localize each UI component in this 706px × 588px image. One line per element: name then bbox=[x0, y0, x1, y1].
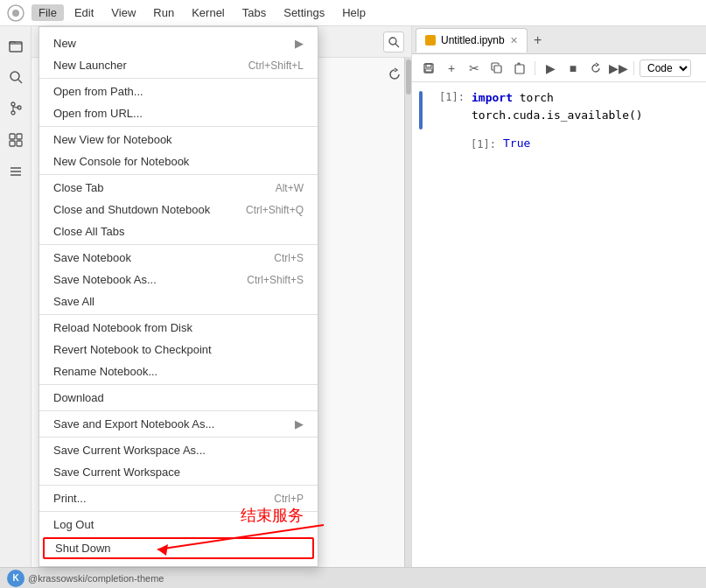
toolbar-copy-button[interactable] bbox=[487, 59, 507, 78]
tab-title: Untitled.ipynb bbox=[441, 34, 505, 46]
menu-item-new-launcher[interactable]: New Launcher Ctrl+Shift+L bbox=[39, 54, 318, 76]
menu-item-close-all[interactable]: Close All Tabs bbox=[39, 220, 318, 242]
toolbar-cut-button[interactable]: ✂ bbox=[465, 59, 484, 78]
svg-rect-19 bbox=[426, 64, 431, 67]
menu-item-save-notebook[interactable]: Save Notebook Ctrl+S bbox=[39, 247, 318, 269]
menu-section-save: Save Notebook Ctrl+S Save Notebook As...… bbox=[39, 245, 318, 315]
menu-item-logout[interactable]: Log Out bbox=[39, 514, 318, 536]
cell-output-label: [1]: bbox=[461, 138, 496, 150]
menu-item-reload[interactable]: Reload Notebook from Disk bbox=[39, 317, 318, 339]
file-dropdown-menu: New ▶ New Launcher Ctrl+Shift+L Open fro… bbox=[38, 26, 318, 567]
refresh-icon[interactable] bbox=[385, 65, 404, 84]
status-user: @krassowski/completion-theme bbox=[28, 573, 164, 584]
menu-item-save-as[interactable]: Save Notebook As... Ctrl+Shift+S bbox=[39, 269, 318, 290]
menu-section-print: Print... Ctrl+P bbox=[39, 486, 318, 512]
svg-rect-20 bbox=[425, 69, 432, 72]
new-tab-button[interactable]: + bbox=[529, 32, 547, 49]
keyword-import: import bbox=[472, 91, 513, 104]
status-bar: K @krassowski/completion-theme bbox=[0, 567, 706, 588]
cell-bracket bbox=[419, 91, 423, 130]
svg-line-17 bbox=[395, 44, 399, 47]
menu-item-save-all[interactable]: Save All bbox=[39, 290, 318, 312]
menu-item-export[interactable]: Save and Export Notebook As... ▶ bbox=[39, 413, 318, 435]
menu-item-open-url[interactable]: Open from URL... bbox=[39, 102, 318, 124]
menu-item-revert[interactable]: Revert Notebook to Checkpoint bbox=[39, 339, 318, 360]
svg-point-16 bbox=[389, 38, 396, 45]
menu-item-print[interactable]: Print... Ctrl+P bbox=[39, 487, 318, 509]
menu-section-view: New View for Notebook New Console for No… bbox=[39, 127, 318, 175]
code-cell-output: [1]: True bbox=[419, 136, 699, 150]
notebook-tabs: Untitled.ipynb ✕ + bbox=[412, 26, 706, 54]
menu-item-new-view[interactable]: New View for Notebook bbox=[39, 129, 318, 150]
svg-point-1 bbox=[12, 10, 19, 17]
menu-item-download[interactable]: Download bbox=[39, 387, 318, 409]
menu-item-close-tab[interactable]: Close Tab Alt+W bbox=[39, 177, 318, 199]
cell-type-select[interactable]: Code bbox=[640, 60, 691, 77]
toolbar-separator-2 bbox=[633, 61, 634, 75]
sidebar-search-icon[interactable] bbox=[3, 65, 28, 89]
menu-section-new: New ▶ New Launcher Ctrl+Shift+L bbox=[39, 31, 318, 79]
toolbar-stop-button[interactable]: ■ bbox=[563, 59, 583, 78]
notebook-panel: Untitled.ipynb ✕ + + ✂ ▶ bbox=[411, 26, 706, 588]
toolbar-run-button[interactable]: ▶ bbox=[541, 59, 560, 78]
menu-item-new-console[interactable]: New Console for Notebook bbox=[39, 150, 318, 172]
svg-point-6 bbox=[11, 111, 15, 115]
tab-close-button[interactable]: ✕ bbox=[510, 35, 518, 46]
tab-notebook-icon bbox=[425, 35, 436, 46]
menu-settings[interactable]: Settings bbox=[276, 4, 332, 21]
toolbar-separator-1 bbox=[535, 61, 535, 75]
menu-tabs[interactable]: Tabs bbox=[235, 4, 273, 21]
menu-item-save-workspace-as[interactable]: Save Current Workspace As... bbox=[39, 439, 318, 461]
menu-item-open-path[interactable]: Open from Path... bbox=[39, 80, 318, 102]
notebook-tab-untitled[interactable]: Untitled.ipynb ✕ bbox=[416, 28, 528, 52]
search-icon-middle[interactable] bbox=[383, 32, 404, 52]
output-true: True bbox=[503, 136, 530, 150]
svg-line-4 bbox=[18, 80, 22, 83]
menu-edit[interactable]: Edit bbox=[67, 4, 101, 21]
menu-section-workspace: Save Current Workspace As... Save Curren… bbox=[39, 438, 318, 486]
menu-section-download: Download bbox=[39, 385, 318, 411]
menu-section-close: Close Tab Alt+W Close and Shutdown Noteb… bbox=[39, 175, 318, 245]
notebook-toolbar: + ✂ ▶ ■ ▶▶ Code bbox=[412, 54, 706, 82]
menu-section-open: Open from Path... Open from URL... bbox=[39, 79, 318, 127]
menu-file[interactable]: File bbox=[31, 4, 64, 21]
svg-rect-11 bbox=[10, 141, 15, 146]
menu-item-rename[interactable]: Rename Notebook... bbox=[39, 360, 318, 382]
svg-rect-12 bbox=[17, 141, 22, 146]
menu-section-export: Save and Export Notebook As... ▶ bbox=[39, 411, 318, 438]
toolbar-add-button[interactable]: + bbox=[442, 59, 461, 78]
export-submenu-arrow: ▶ bbox=[295, 417, 304, 430]
menu-item-new[interactable]: New ▶ bbox=[39, 32, 318, 54]
code-cell-1: [1]: import torch torch.cuda.is_availabl… bbox=[419, 89, 699, 130]
svg-rect-9 bbox=[10, 134, 15, 139]
menu-bar: File Edit View Run Kernel Tabs Settings … bbox=[0, 0, 706, 26]
sidebar-folder-icon[interactable] bbox=[3, 33, 28, 58]
menu-item-save-workspace[interactable]: Save Current Workspace bbox=[39, 461, 318, 483]
code-line-2: torch.cuda.is_available() bbox=[472, 107, 699, 124]
code-line-1: import torch bbox=[472, 89, 699, 107]
toolbar-forward-button[interactable]: ▶▶ bbox=[609, 59, 628, 78]
svg-rect-22 bbox=[515, 65, 524, 74]
svg-rect-21 bbox=[494, 66, 501, 73]
menu-item-shutdown[interactable]: Shut Down bbox=[43, 537, 314, 559]
menu-section-reload: Reload Notebook from Disk Revert Noteboo… bbox=[39, 315, 318, 385]
menu-run[interactable]: Run bbox=[146, 4, 181, 21]
sidebar-puzzle-icon[interactable] bbox=[3, 128, 28, 152]
menu-item-close-shutdown[interactable]: Close and Shutdown Notebook Ctrl+Shift+Q bbox=[39, 199, 318, 220]
svg-point-3 bbox=[10, 72, 19, 80]
code-area: [1]: import torch torch.cuda.is_availabl… bbox=[412, 82, 706, 164]
toolbar-paste-button[interactable] bbox=[510, 59, 529, 78]
menu-help[interactable]: Help bbox=[335, 4, 373, 21]
menu-section-logout: Log Out Shut Down bbox=[39, 512, 318, 563]
toolbar-restart-button[interactable] bbox=[586, 59, 605, 78]
toolbar-save-button[interactable] bbox=[419, 59, 438, 78]
menu-view[interactable]: View bbox=[104, 4, 143, 21]
menu-kernel[interactable]: Kernel bbox=[185, 4, 232, 21]
sidebar-git-icon[interactable] bbox=[3, 96, 28, 121]
svg-point-5 bbox=[11, 102, 15, 106]
svg-rect-10 bbox=[17, 134, 22, 139]
app-logo bbox=[7, 4, 24, 22]
sidebar-list-icon[interactable] bbox=[3, 159, 28, 184]
avatar: K bbox=[7, 570, 24, 587]
sidebar bbox=[0, 26, 31, 588]
